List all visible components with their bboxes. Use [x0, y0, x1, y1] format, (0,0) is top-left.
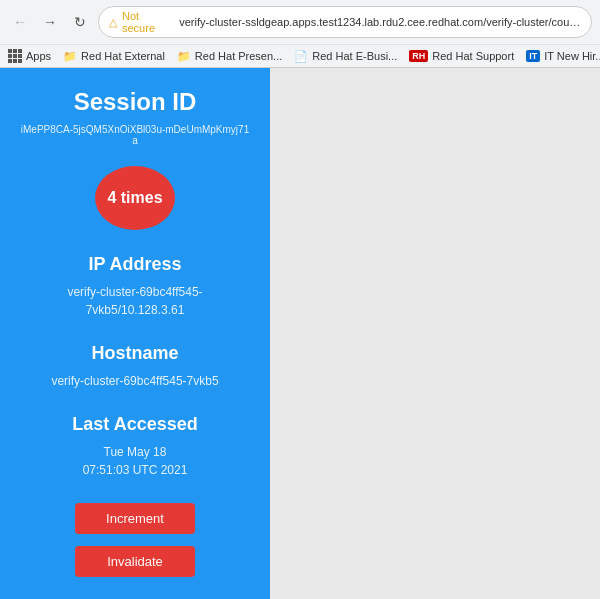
security-icon: △ [109, 16, 117, 29]
ip-address-title: IP Address [88, 254, 181, 275]
address-bar[interactable]: △ Not secure verify-cluster-ssldgeap.app… [98, 6, 592, 38]
bookmark-rh-ebusi[interactable]: 📄 Red Hat E-Busi... [294, 50, 397, 63]
bookmark-rh-presen-label: Red Hat Presen... [195, 50, 282, 62]
bookmark-rh-ebusi-label: Red Hat E-Busi... [312, 50, 397, 62]
apps-grid-icon [8, 49, 22, 63]
ip-address-value: verify-cluster-69bc4ff545-7vkb5/10.128.3… [20, 283, 250, 319]
right-panel [270, 68, 600, 599]
folder-icon: 📁 [63, 50, 77, 63]
back-button[interactable]: ← [8, 10, 32, 34]
session-id-value: iMePP8CA-5jsQM5XnOiXBl03u-mDeUmMpKmyj71a [20, 124, 250, 146]
apps-label: Apps [26, 50, 51, 62]
rh-badge-icon: RH [409, 50, 428, 62]
bookmark-it-new-hire[interactable]: IT IT New Hir... [526, 50, 600, 62]
refresh-button[interactable]: ↻ [68, 10, 92, 34]
page-icon: 📄 [294, 50, 308, 63]
not-secure-label: Not secure [122, 10, 174, 34]
bookmark-rh-support[interactable]: RH Red Hat Support [409, 50, 514, 62]
it-badge-icon: IT [526, 50, 540, 62]
main-card: Session ID iMePP8CA-5jsQM5XnOiXBl03u-mDe… [0, 68, 270, 599]
browser-chrome: ← → ↻ △ Not secure verify-cluster-ssldge… [0, 0, 600, 68]
bookmark-apps[interactable]: Apps [8, 49, 51, 63]
count-label: 4 times [107, 189, 162, 207]
hostname-value: verify-cluster-69bc4ff545-7vkb5 [51, 372, 218, 390]
count-circle: 4 times [95, 166, 175, 230]
folder-icon-2: 📁 [177, 50, 191, 63]
increment-button[interactable]: Increment [75, 503, 195, 534]
bookmark-it-label: IT New Hir... [544, 50, 600, 62]
bookmark-rh-support-label: Red Hat Support [432, 50, 514, 62]
last-accessed-title: Last Accessed [72, 414, 197, 435]
session-id-title: Session ID [74, 88, 197, 116]
bookmark-rh-external-label: Red Hat External [81, 50, 165, 62]
url-text: verify-cluster-ssldgeap.apps.test1234.la… [179, 16, 581, 28]
last-accessed-value: Tue May 18 07:51:03 UTC 2021 [83, 443, 188, 479]
nav-bar: ← → ↻ △ Not secure verify-cluster-ssldge… [0, 0, 600, 44]
hostname-title: Hostname [91, 343, 178, 364]
forward-button[interactable]: → [38, 10, 62, 34]
bookmarks-bar: Apps 📁 Red Hat External 📁 Red Hat Presen… [0, 44, 600, 67]
invalidate-button[interactable]: Invalidate [75, 546, 195, 577]
page-content: Session ID iMePP8CA-5jsQM5XnOiXBl03u-mDe… [0, 68, 600, 599]
bookmark-rh-external[interactable]: 📁 Red Hat External [63, 50, 165, 63]
bookmark-rh-presen[interactable]: 📁 Red Hat Presen... [177, 50, 282, 63]
